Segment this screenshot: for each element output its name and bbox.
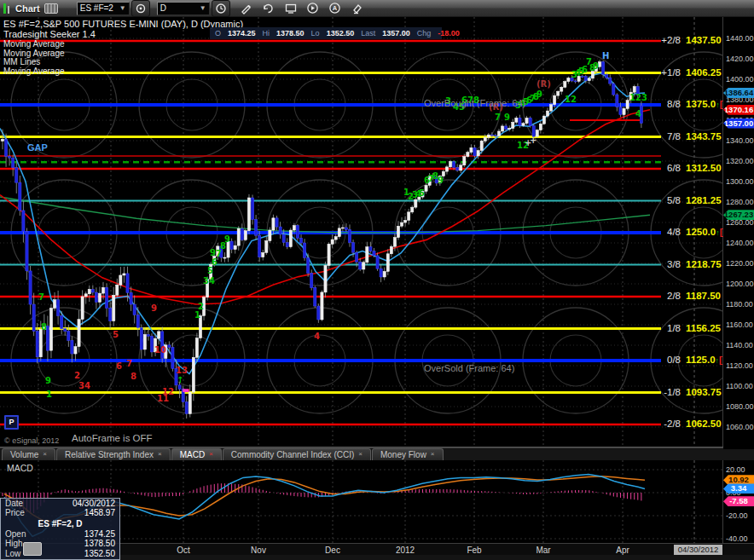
data-window-row: Low1352.50 (1, 549, 119, 558)
svg-text:9: 9 (438, 176, 444, 185)
price-axis[interactable]: 1440.001420.001400.001380.001360.001340.… (723, 17, 754, 449)
candles (1, 60, 642, 419)
close-icon[interactable]: × (209, 450, 213, 458)
change-value: -18.00 (438, 29, 460, 38)
price-tick-label: 1100.00 (726, 382, 753, 390)
svg-text:1: 1 (194, 310, 200, 320)
symbol-settings-button[interactable] (131, 0, 150, 17)
svg-text:+: + (530, 136, 536, 145)
period-badge[interactable]: P (4, 415, 19, 430)
close-icon[interactable]: × (358, 450, 362, 458)
macd-value-tag: 10.92 (723, 475, 754, 485)
macd-tick-label: 20.00 (726, 465, 745, 474)
svg-text:9: 9 (504, 113, 510, 122)
price-tick-label: 1060.00 (726, 423, 754, 431)
clock-icon (215, 3, 227, 14)
time-axis-label: Feb (467, 546, 481, 555)
tab-relative-strength-index[interactable]: Relative Strength Index× (56, 448, 171, 460)
svg-text:7: 7 (126, 359, 132, 368)
svg-text:5: 5 (419, 188, 425, 198)
tab-label: Volume (10, 450, 38, 459)
tab-money-flow[interactable]: Money Flow× (372, 448, 444, 460)
play-button[interactable] (304, 1, 322, 16)
study-title: Tradesight Seeker 1.4 (3, 29, 96, 39)
price-tick-label: 1140.00 (726, 341, 753, 349)
close-icon[interactable]: × (43, 450, 47, 458)
svg-text:5: 5 (113, 330, 119, 339)
tab-commodity-channel-index-cci-[interactable]: Commodity Channel Index (CCI)× (223, 448, 371, 460)
last-value: 1357.00 (382, 29, 410, 38)
low-value: 1352.50 (327, 29, 355, 38)
last-label: Last (361, 29, 375, 38)
refresh-icon (262, 2, 275, 14)
macd-value-tag: 3.34 (723, 483, 754, 494)
close-icon[interactable]: × (431, 450, 435, 458)
chevron-down-icon: ▼ (119, 4, 126, 12)
data-window-row: Date04/30/2012 (1, 499, 119, 508)
macd-axis[interactable]: 20.000.00-20.00-40.0010.923.34-7.58 (723, 460, 754, 543)
data-window-row: High1378.50 (1, 539, 119, 548)
tab-macd[interactable]: MACD× (171, 448, 222, 460)
study-label: Moving Average (3, 40, 65, 49)
price-tick-label: 1160.00 (726, 320, 753, 329)
price-tick-label: 1180.00 (726, 300, 753, 309)
tab-label: Money Flow (380, 450, 426, 459)
time-axis-label: Mar (536, 546, 550, 555)
window-title: Chart (15, 3, 40, 14)
tab-label: Relative Strength Index (65, 450, 154, 459)
autoframe-status: AutoFrame is OFF (72, 433, 153, 443)
draw-tool-button[interactable] (237, 1, 256, 16)
svg-text:5: 5 (207, 266, 213, 275)
layout-link-badge[interactable] (44, 3, 58, 14)
high-label: Hi (263, 29, 270, 38)
study-legend: Moving AverageMoving AverageMM LinesMovi… (3, 40, 65, 76)
svg-text:34: 34 (203, 276, 215, 286)
price-tick-label: 1280.00 (726, 198, 754, 206)
time-axis-label: Apr (616, 546, 629, 555)
symbol-combobox[interactable]: ES #F=2 ▼ (77, 2, 130, 15)
pencil-icon (240, 2, 252, 14)
price-tick-label: 1240.00 (726, 239, 754, 247)
main-chart-canvas[interactable]: GAP78912345678910111213↑▬123456789941234… (0, 17, 723, 449)
svg-text:1: 1 (46, 390, 52, 399)
tab-volume[interactable]: Volume× (2, 448, 55, 460)
tab-label: Commodity Channel Index (CCI) (231, 450, 355, 459)
svg-text:7: 7 (495, 113, 501, 122)
change-label: Chg (417, 29, 432, 38)
price-tick-label: 1200.00 (726, 280, 754, 288)
data-window-row: Open1374.25 (1, 529, 119, 539)
macd-tick-label: -20.00 (726, 511, 748, 520)
price-tick-label: 1340.00 (726, 136, 754, 145)
gear-icon (135, 3, 147, 14)
svg-text:123: 123 (629, 93, 647, 102)
svg-text:9: 9 (536, 89, 542, 99)
eraser-button[interactable] (348, 1, 367, 16)
price-tick-label: 1400.00 (726, 75, 754, 84)
macd-pane-label: MACD (7, 463, 33, 473)
svg-text:9: 9 (151, 303, 157, 313)
crosshair-date-box: 04/30/2012 (674, 545, 722, 555)
quote-board-button[interactable] (281, 1, 300, 16)
time-axis-label: Nov (251, 546, 266, 555)
data-window: Date04/30/2012Price1458.97ES #F=2, DOpen… (0, 498, 120, 560)
high-value: 1378.50 (276, 29, 304, 38)
price-tick-label: 1440.00 (726, 34, 754, 43)
monitor-icon (284, 3, 298, 14)
svg-text:6: 6 (212, 257, 218, 267)
price-tag: 1370.16 (723, 105, 754, 115)
mini-window-icon[interactable] (23, 542, 42, 556)
price-tick-label: 1220.00 (726, 259, 754, 268)
close-icon[interactable]: × (158, 450, 162, 458)
reload-button[interactable] (259, 1, 278, 16)
svg-text:2: 2 (198, 302, 204, 311)
symbol-value: ES #F=2 (80, 3, 113, 13)
open-value: 1374.25 (228, 29, 256, 38)
svg-text:6: 6 (116, 361, 122, 371)
low-label: Lo (311, 29, 320, 38)
copyright-text: © eSignal, 2012 (4, 436, 59, 445)
auto-trade-button[interactable]: A (326, 1, 345, 16)
time-template-button[interactable] (212, 0, 230, 17)
svg-text:A: A (333, 4, 338, 12)
chevron-down-icon: ▼ (200, 4, 206, 12)
interval-combobox[interactable]: D ▼ (157, 2, 210, 15)
